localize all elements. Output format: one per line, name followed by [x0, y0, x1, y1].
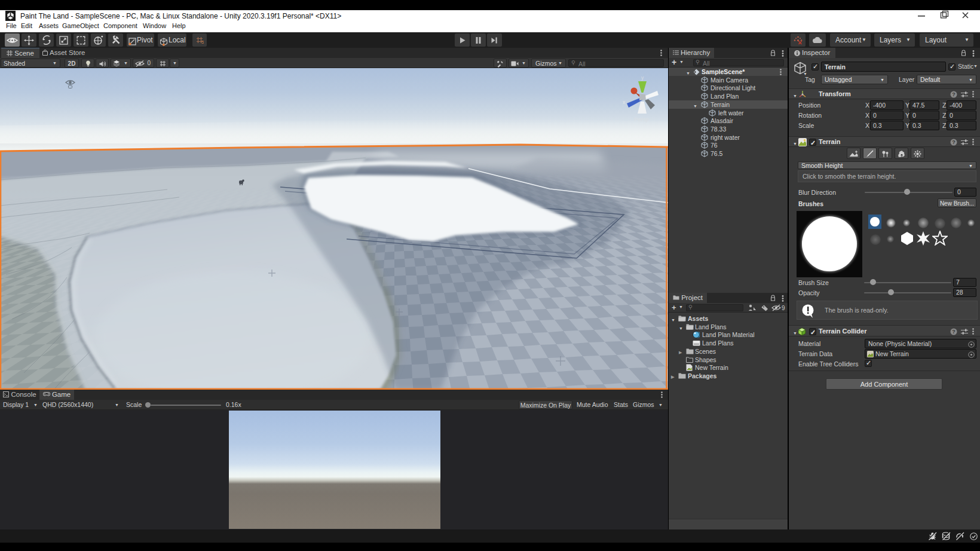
svg-text:?: ?	[952, 139, 956, 145]
svg-text:5: 5	[201, 39, 204, 44]
svg-text:y: y	[641, 75, 644, 81]
svg-text:Persp: Persp	[634, 116, 649, 123]
svg-text:?: ?	[952, 329, 956, 335]
svg-text:?: ?	[952, 91, 956, 97]
svg-text:9: 9	[782, 305, 785, 311]
svg-text:x: x	[623, 99, 626, 105]
